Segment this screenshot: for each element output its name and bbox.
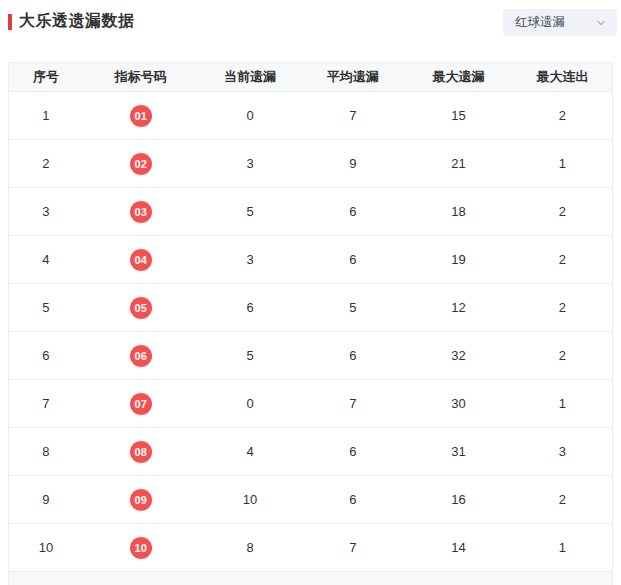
cell-current: 3 (199, 140, 302, 188)
ball-number-cell: 05 (83, 284, 199, 332)
red-ball-badge: 01 (130, 105, 152, 127)
page-title: 大乐透遗漏数据 (19, 11, 135, 32)
cell-no: 9 (9, 476, 83, 524)
cell-max: 31 (404, 428, 513, 476)
chevron-down-icon (595, 17, 607, 29)
cell-max: 16 (404, 476, 513, 524)
cell-streak: 2 (513, 92, 613, 140)
lottery-omission-page: 大乐透遗漏数据 红球遗漏 序号指标号码当前遗漏平均遗漏最大遗漏最大连出 1010… (0, 0, 621, 585)
ball-number-cell: 06 (83, 332, 199, 380)
ball-number-cell: 04 (83, 236, 199, 284)
title-block: 大乐透遗漏数据 (8, 11, 135, 32)
red-ball-badge: 02 (130, 153, 152, 175)
omission-table: 序号指标号码当前遗漏平均遗漏最大遗漏最大连出 10107152202392113… (8, 62, 613, 572)
cell-no: 7 (9, 380, 83, 428)
ball-number-cell: 07 (83, 380, 199, 428)
cell-streak: 3 (513, 428, 613, 476)
table-row: 20239211 (9, 140, 613, 188)
cell-current: 5 (199, 188, 302, 236)
ball-number-cell: 02 (83, 140, 199, 188)
red-ball-badge: 10 (130, 537, 152, 559)
cell-streak: 2 (513, 284, 613, 332)
cell-current: 0 (199, 380, 302, 428)
cell-streak: 1 (513, 380, 613, 428)
cell-streak: 1 (513, 140, 613, 188)
cell-avg: 5 (301, 284, 404, 332)
column-header-no: 序号 (9, 63, 83, 92)
ball-number-cell: 09 (83, 476, 199, 524)
cell-current: 10 (199, 476, 302, 524)
ball-type-select-value: 红球遗漏 (515, 14, 565, 31)
cell-max: 32 (404, 332, 513, 380)
cell-max: 12 (404, 284, 513, 332)
table-header-row: 序号指标号码当前遗漏平均遗漏最大遗漏最大连出 (9, 63, 613, 92)
cell-avg: 6 (301, 428, 404, 476)
table-row: 60656322 (9, 332, 613, 380)
red-ball-badge: 05 (130, 297, 152, 319)
table-row: 40436192 (9, 236, 613, 284)
cell-no: 4 (9, 236, 83, 284)
red-ball-badge: 03 (130, 201, 152, 223)
cell-avg: 6 (301, 188, 404, 236)
cell-max: 18 (404, 188, 513, 236)
cell-avg: 7 (301, 524, 404, 572)
cell-current: 8 (199, 524, 302, 572)
cell-max: 21 (404, 140, 513, 188)
red-ball-badge: 09 (130, 489, 152, 511)
cell-streak: 1 (513, 524, 613, 572)
table-row: 30356182 (9, 188, 613, 236)
cell-current: 4 (199, 428, 302, 476)
cell-no: 10 (9, 524, 83, 572)
cell-streak: 2 (513, 332, 613, 380)
cell-avg: 6 (301, 476, 404, 524)
cell-current: 0 (199, 92, 302, 140)
cell-no: 3 (9, 188, 83, 236)
column-header-streak: 最大连出 (513, 63, 613, 92)
ball-number-cell: 01 (83, 92, 199, 140)
cell-streak: 2 (513, 236, 613, 284)
cell-no: 1 (9, 92, 83, 140)
table-row: 101087141 (9, 524, 613, 572)
cell-streak: 2 (513, 188, 613, 236)
cell-current: 6 (199, 284, 302, 332)
cell-avg: 7 (301, 92, 404, 140)
cell-max: 15 (404, 92, 513, 140)
ball-number-cell: 08 (83, 428, 199, 476)
page-header: 大乐透遗漏数据 红球遗漏 (0, 0, 621, 62)
cell-current: 5 (199, 332, 302, 380)
cell-no: 6 (9, 332, 83, 380)
column-header-ball: 指标号码 (83, 63, 199, 92)
red-ball-badge: 07 (130, 393, 152, 415)
cell-max: 14 (404, 524, 513, 572)
cell-streak: 2 (513, 476, 613, 524)
cell-avg: 6 (301, 236, 404, 284)
table-row: 909106162 (9, 476, 613, 524)
cell-no: 5 (9, 284, 83, 332)
table-row: 70707301 (9, 380, 613, 428)
cell-max: 30 (404, 380, 513, 428)
column-header-avg: 平均遗漏 (301, 63, 404, 92)
next-table-header-partial (8, 572, 613, 585)
column-header-max: 最大遗漏 (404, 63, 513, 92)
ball-type-select[interactable]: 红球遗漏 (503, 9, 617, 36)
cell-avg: 6 (301, 332, 404, 380)
red-ball-badge: 06 (130, 345, 152, 367)
ball-number-cell: 10 (83, 524, 199, 572)
cell-current: 3 (199, 236, 302, 284)
column-header-current: 当前遗漏 (199, 63, 302, 92)
table-row: 10107152 (9, 92, 613, 140)
cell-no: 8 (9, 428, 83, 476)
red-ball-badge: 08 (130, 441, 152, 463)
cell-avg: 9 (301, 140, 404, 188)
ball-number-cell: 03 (83, 188, 199, 236)
table-row: 80846313 (9, 428, 613, 476)
title-accent-bar (8, 14, 12, 30)
table-row: 50565122 (9, 284, 613, 332)
cell-avg: 7 (301, 380, 404, 428)
red-ball-badge: 04 (130, 249, 152, 271)
cell-no: 2 (9, 140, 83, 188)
cell-max: 19 (404, 236, 513, 284)
